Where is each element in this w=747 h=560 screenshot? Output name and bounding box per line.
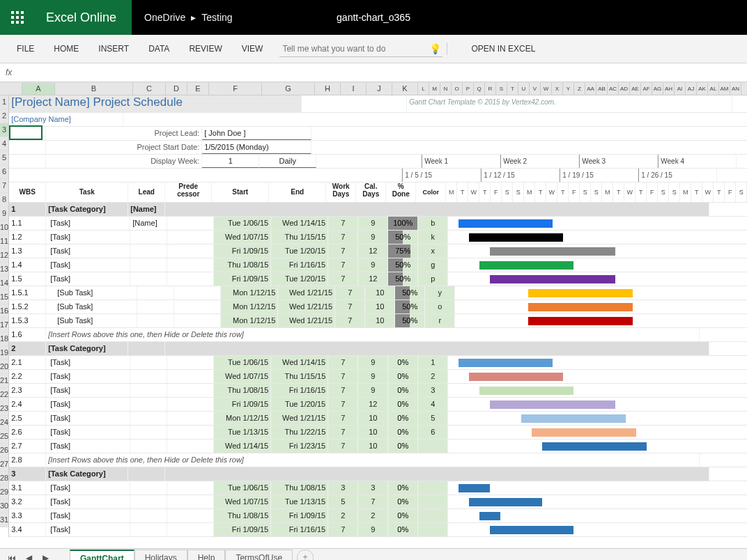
- column-header[interactable]: AA: [585, 83, 596, 95]
- column-header[interactable]: B: [55, 83, 133, 95]
- cell[interactable]: [167, 481, 214, 495]
- cell[interactable]: 1 / 26 / 15: [638, 169, 717, 182]
- row-header[interactable]: 7: [0, 179, 8, 193]
- cell[interactable]: S: [591, 182, 602, 202]
- spreadsheet-grid[interactable]: ABCDEFGHIJKLMNOPQRSTUVWXYZAAABACADAEAFAG…: [0, 82, 747, 548]
- column-header[interactable]: AB: [596, 83, 608, 95]
- cell[interactable]: 0%: [388, 370, 418, 383]
- row-header[interactable]: 20: [0, 360, 8, 374]
- cell[interactable]: [130, 426, 167, 439]
- column-header[interactable]: A: [22, 83, 55, 95]
- cell[interactable]: [418, 440, 448, 453]
- cell[interactable]: 10: [365, 286, 395, 300]
- cell[interactable]: Thu 1/22/15: [271, 426, 328, 439]
- column-header[interactable]: X: [552, 83, 563, 95]
- cell[interactable]: [Task]: [46, 272, 130, 286]
- cell[interactable]: 2: [328, 509, 358, 522]
- cell[interactable]: 7: [328, 384, 358, 397]
- cell[interactable]: 2.3: [9, 384, 46, 397]
- column-header[interactable]: Y: [563, 83, 574, 95]
- cell[interactable]: W: [546, 182, 557, 202]
- cell[interactable]: 5: [418, 412, 448, 425]
- cell[interactable]: T: [714, 182, 725, 202]
- cell[interactable]: [Task]: [46, 244, 130, 258]
- cell[interactable]: 0%: [388, 523, 418, 536]
- tell-me-search[interactable]: 💡: [279, 41, 442, 57]
- cell[interactable]: Mon 1/12/15: [221, 300, 278, 313]
- cell[interactable]: [130, 258, 167, 272]
- cell[interactable]: g: [418, 258, 448, 272]
- cell[interactable]: 1.5.2: [9, 300, 46, 313]
- ribbon-tab-file[interactable]: FILE: [7, 37, 44, 61]
- cell[interactable]: 7: [335, 314, 365, 327]
- cell[interactable]: Wed 1/14/15: [271, 217, 328, 230]
- cell[interactable]: k: [418, 231, 448, 244]
- cell[interactable]: [Task]: [46, 440, 130, 453]
- cell[interactable]: 2: [418, 370, 448, 383]
- row-header[interactable]: 9: [0, 207, 8, 221]
- cell[interactable]: p: [418, 272, 448, 286]
- cell[interactable]: F: [491, 182, 502, 202]
- cell[interactable]: F: [569, 182, 580, 202]
- cell[interactable]: [130, 509, 167, 522]
- cell[interactable]: [418, 509, 448, 522]
- column-header[interactable]: M: [429, 83, 440, 95]
- cell[interactable]: Mon 1/12/15: [221, 286, 278, 300]
- cell[interactable]: Fri 1/23/15: [271, 440, 328, 453]
- column-header[interactable]: H: [315, 83, 341, 95]
- cell[interactable]: Week 3: [579, 155, 658, 168]
- cell[interactable]: [130, 398, 167, 411]
- cell[interactable]: [128, 342, 165, 355]
- cell[interactable]: 0%: [388, 509, 418, 522]
- row-header[interactable]: 16: [0, 304, 8, 318]
- cell[interactable]: 7: [328, 272, 358, 286]
- cell[interactable]: Week 2: [500, 155, 579, 168]
- cell[interactable]: Cal.Days: [356, 182, 386, 202]
- cell[interactable]: [167, 440, 214, 453]
- cell[interactable]: [167, 258, 214, 272]
- breadcrumb[interactable]: OneDrive ▸ Testing: [144, 12, 233, 23]
- cell[interactable]: 9: [358, 384, 388, 397]
- cell[interactable]: Fri 1/09/15: [214, 244, 271, 258]
- cell[interactable]: W: [624, 182, 636, 202]
- cell[interactable]: 10: [365, 314, 395, 327]
- row-header[interactable]: 27: [0, 458, 8, 472]
- cell[interactable]: [302, 95, 407, 112]
- column-header[interactable]: V: [530, 83, 541, 95]
- sheet-tab-holidays[interactable]: Holidays: [134, 550, 187, 560]
- cell[interactable]: [128, 467, 165, 481]
- cell[interactable]: [130, 272, 167, 286]
- cell[interactable]: 50%: [395, 314, 425, 327]
- cell[interactable]: Project Lead:: [46, 127, 202, 140]
- cell[interactable]: 7: [335, 286, 365, 300]
- cell[interactable]: Wed 1/14/15: [271, 356, 328, 369]
- column-header[interactable]: N: [440, 83, 452, 95]
- cell[interactable]: b: [418, 217, 448, 230]
- cell[interactable]: M: [680, 182, 691, 202]
- cell[interactable]: [130, 412, 167, 425]
- cell[interactable]: Thu 1/15/15: [271, 370, 328, 383]
- cell[interactable]: 7: [328, 217, 358, 230]
- cell[interactable]: 1.4: [9, 258, 46, 272]
- column-header[interactable]: AI: [675, 83, 686, 95]
- cell[interactable]: [ John Doe ]: [202, 127, 311, 140]
- cell[interactable]: 3: [358, 481, 388, 495]
- cell[interactable]: 1: [418, 356, 448, 369]
- cell[interactable]: [Task]: [46, 217, 130, 230]
- cell[interactable]: End: [269, 182, 326, 202]
- column-header[interactable]: AN: [730, 83, 741, 95]
- row-header[interactable]: 28: [0, 472, 8, 485]
- cell[interactable]: 3.3: [9, 509, 46, 522]
- cell[interactable]: [167, 272, 214, 286]
- cell[interactable]: [167, 398, 214, 411]
- cell[interactable]: [Insert Rows above this one, then Hide o…: [46, 453, 700, 467]
- column-header[interactable]: T: [507, 83, 518, 95]
- cell[interactable]: [167, 217, 214, 230]
- cell[interactable]: S: [736, 182, 747, 202]
- cell[interactable]: 9: [358, 231, 388, 244]
- cell[interactable]: 1 / 19 / 15: [560, 169, 638, 182]
- cell[interactable]: [Task]: [46, 231, 130, 244]
- cell[interactable]: 10: [365, 300, 395, 313]
- row-header[interactable]: 15: [0, 290, 8, 304]
- cell[interactable]: 7: [328, 426, 358, 439]
